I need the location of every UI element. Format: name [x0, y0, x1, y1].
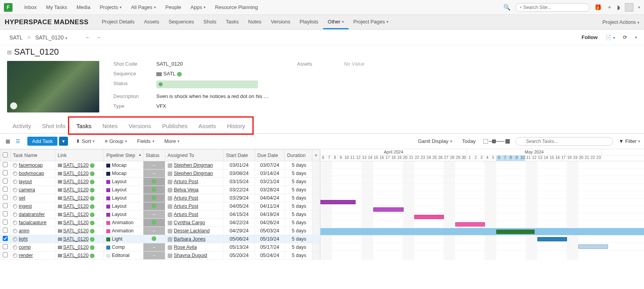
gantt-day[interactable]: 9 — [338, 155, 344, 161]
project-title[interactable]: HYPERSPACE MADNESS — [5, 18, 89, 26]
row-checkbox[interactable] — [3, 162, 8, 167]
gantt-row[interactable] — [320, 198, 644, 206]
nav-apps[interactable]: Apps▾ — [186, 4, 211, 10]
projnav-tasks[interactable]: Tasks — [221, 15, 243, 29]
task-link[interactable]: SATL_0120 — [63, 253, 89, 258]
gantt-row[interactable] — [320, 213, 644, 221]
task-link[interactable]: SATL_0120 — [63, 220, 89, 225]
gantt-bar[interactable] — [320, 200, 356, 204]
gantt-bar[interactable] — [455, 222, 485, 227]
grid-view-icon[interactable]: ▦ — [4, 137, 12, 145]
tab-assets[interactable]: Assets — [193, 119, 222, 133]
assignee-link[interactable]: Shayna Duguid — [174, 253, 207, 258]
row-checkbox[interactable] — [3, 170, 8, 175]
task-row[interactable]: setSATL_0120 LayoutArturo Post03/29/2404… — [0, 194, 320, 202]
col-start-date[interactable]: Start Date — [224, 150, 255, 161]
gantt-row[interactable] — [320, 243, 644, 250]
task-name-link[interactable]: facialcapture — [19, 220, 47, 225]
gantt-day[interactable]: 15 — [373, 155, 379, 161]
col-due-date[interactable]: Due Date — [255, 150, 284, 161]
gantt-day[interactable]: 13 — [537, 155, 543, 161]
plus-icon[interactable]: ＋ — [606, 4, 612, 11]
task-link[interactable]: SATL_0120 — [63, 179, 89, 184]
shot-thumbnail[interactable] — [7, 61, 99, 112]
assignee-link[interactable]: Arturo Post — [174, 179, 199, 184]
field-value-shotcode[interactable]: SATL_0120 — [156, 61, 297, 67]
task-link[interactable]: SATL_0120 — [63, 244, 89, 250]
nav-resource-planning[interactable]: Resource Planning — [210, 4, 263, 10]
zoom-slider[interactable] — [483, 139, 510, 144]
row-checkbox[interactable] — [3, 228, 8, 233]
gantt-day[interactable]: 5 — [490, 155, 496, 161]
status-cell[interactable]: – — [143, 211, 165, 219]
assignee-link[interactable]: Arturo Post — [174, 203, 199, 209]
gantt-row[interactable] — [320, 235, 644, 243]
sort-button[interactable]: ⬍ Sort ▾ — [73, 137, 97, 145]
gantt-bar[interactable] — [537, 237, 567, 241]
add-task-caret[interactable]: ▾ — [59, 137, 68, 146]
gantt-day[interactable]: 16 — [555, 155, 561, 161]
gantt-day[interactable]: 18 — [391, 155, 397, 161]
task-name-link[interactable]: anim — [19, 228, 29, 234]
task-row[interactable]: facialcaptureSATL_0120 AnimationCynthia … — [0, 219, 320, 227]
row-checkbox[interactable] — [3, 211, 8, 216]
more-button[interactable]: More ▾ — [162, 137, 182, 145]
nav-media[interactable]: Media — [72, 4, 95, 10]
gantt-day[interactable]: 11 — [350, 155, 356, 161]
status-cell[interactable]: – — [143, 161, 165, 169]
gantt-day[interactable]: 19 — [397, 155, 402, 161]
task-name-link[interactable]: light — [19, 236, 28, 242]
task-name-link[interactable]: layout — [19, 179, 32, 184]
refresh-icon[interactable]: ⟳ — [623, 34, 627, 40]
task-row[interactable]: facemocapSATL_0120 Mocap–Stephen Dingman… — [0, 161, 320, 169]
gantt-day[interactable]: 3 — [479, 155, 485, 161]
task-row[interactable]: compSATL_0120 Comp–Rose Avila05/13/2405/… — [0, 243, 320, 252]
status-cell[interactable]: – — [143, 243, 165, 252]
gantt-day[interactable]: 23 — [420, 155, 426, 161]
tab-publishes[interactable]: Publishes — [157, 119, 193, 133]
status-cell[interactable]: – — [143, 227, 165, 235]
search-icon[interactable]: 🔍 — [503, 4, 511, 11]
projnav-sequences[interactable]: Sequences — [164, 15, 199, 29]
page-icon[interactable]: 📄 ▾ — [605, 34, 615, 40]
status-cell[interactable] — [143, 202, 165, 211]
gantt-day[interactable]: 20 — [578, 155, 584, 161]
nav-projects[interactable]: Projects▾ — [95, 4, 126, 10]
gantt-day[interactable]: 18 — [567, 155, 572, 161]
row-checkbox[interactable] — [3, 203, 8, 208]
moon-icon[interactable]: ◗ — [617, 4, 620, 11]
select-all-checkbox[interactable] — [3, 152, 8, 157]
gantt-day[interactable]: 8 — [332, 155, 338, 161]
gantt-day[interactable]: 7 — [326, 155, 332, 161]
gantt-day[interactable]: 24 — [426, 155, 432, 161]
gantt-day[interactable]: 12 — [356, 155, 361, 161]
field-value-assets[interactable]: No Value — [344, 61, 422, 67]
tab-notes[interactable]: Notes — [97, 119, 123, 133]
task-row[interactable]: cameraSATL_0120 LayoutBelva Vega03/22/24… — [0, 186, 320, 194]
gantt-day[interactable]: 4 — [485, 155, 490, 161]
status-cell[interactable]: – — [143, 169, 165, 178]
task-row[interactable]: bodymocapSATL_0120 Mocap–Stephen Dingman… — [0, 169, 320, 178]
task-link[interactable]: SATL_0120 — [63, 195, 89, 201]
gantt-day[interactable]: 29 — [455, 155, 461, 161]
task-name-link[interactable]: render — [19, 253, 33, 258]
tab-history[interactable]: History — [222, 119, 251, 133]
gantt-day[interactable]: 10 — [520, 155, 526, 161]
gantt-day[interactable]: 23 — [596, 155, 602, 161]
projnav-notes[interactable]: Notes — [243, 15, 266, 29]
task-link[interactable]: SATL_0120 — [63, 203, 89, 209]
gantt-bar[interactable] — [373, 207, 404, 212]
task-link[interactable]: SATL_0120 — [63, 187, 89, 193]
gantt-bar[interactable] — [578, 244, 608, 249]
gantt-day[interactable]: 11 — [526, 155, 531, 161]
site-search-input[interactable] — [523, 5, 585, 10]
nav-people[interactable]: People — [161, 4, 186, 10]
gantt-row[interactable] — [320, 191, 644, 198]
task-name-link[interactable]: facemocap — [19, 162, 43, 168]
gantt-row[interactable] — [320, 228, 644, 235]
status-cell[interactable] — [143, 235, 165, 243]
gantt-bar[interactable] — [414, 215, 444, 219]
col-duration[interactable]: Duration — [284, 150, 312, 161]
row-checkbox[interactable] — [3, 178, 8, 184]
next-arrow-icon[interactable]: → — [96, 34, 101, 40]
